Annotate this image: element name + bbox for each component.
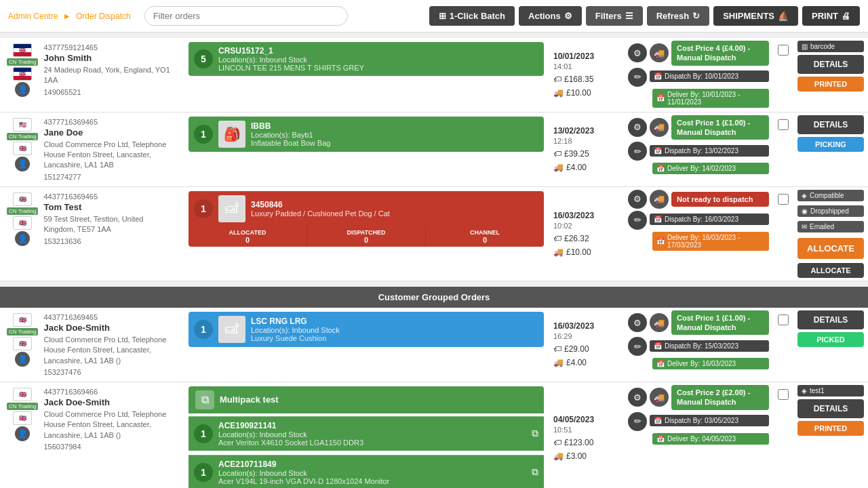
action-row-2: ✏ 📅 Dispatch By: 15/03/2023 bbox=[628, 337, 769, 356]
product-name: LINCOLN TEE 215 MENS T SHIRTS GREY bbox=[218, 64, 538, 72]
status-tag-button[interactable]: PRINTED bbox=[797, 421, 864, 436]
truck-action-button[interactable]: 🚚 bbox=[650, 190, 669, 209]
action-row-2: ✏ 📅 Dispatch By: 16/03/2023 bbox=[628, 211, 769, 230]
actions-button[interactable]: Actions ⚙ bbox=[519, 6, 582, 26]
order-row: 🇬🇧 CN Trading 🇬🇧 👤 4437716369465 Jack Do… bbox=[0, 308, 868, 382]
cost-price-button[interactable]: Cost Price 2 (£2.00) - Manual Dispatch bbox=[671, 385, 769, 410]
action-row-2: ✏ 📅 Dispatch By: 03/05/2023 bbox=[628, 412, 769, 431]
shipments-button[interactable]: SHIPMENTS ⛵ bbox=[713, 6, 798, 26]
gear-action-button[interactable]: ⚙ bbox=[628, 313, 647, 332]
filters-button[interactable]: Filters ☰ bbox=[586, 6, 643, 26]
order-date: 04/05/2023 bbox=[553, 415, 620, 424]
price-line: 🏷 £29.00 bbox=[553, 344, 620, 354]
dispatch-bar: 📅 Dispatch By: 03/05/2023 bbox=[650, 415, 769, 426]
edit-action-button[interactable]: ✏ bbox=[628, 211, 647, 230]
order-checkbox[interactable] bbox=[778, 314, 789, 325]
details-button[interactable]: DETAILS bbox=[797, 115, 864, 134]
flag-uk2-icon: 🇬🇧 bbox=[13, 337, 32, 350]
action-row-1: ⚙ 🚚 Cost Price 1 (£1.00) - Manual Dispat… bbox=[628, 115, 769, 140]
deliver-bar: 📅 Deliver By: 04/05/2023 bbox=[652, 433, 769, 445]
status-tag-button[interactable]: PICKING bbox=[797, 137, 864, 152]
order-time: 10:51 bbox=[553, 426, 620, 434]
emailed-button[interactable]: ✉ Emailed bbox=[797, 221, 864, 232]
status-tag-button[interactable]: PICKED bbox=[797, 332, 864, 347]
allocate-small-button[interactable]: ALLOCATE bbox=[797, 263, 864, 278]
allocate-large-button[interactable]: ALLOCATE bbox=[797, 238, 864, 259]
shipping-line: 🚚 £4.00 bbox=[553, 358, 620, 367]
product-location: Luxury Padded / Cushioned Pet Dog / Cat bbox=[251, 209, 538, 218]
cost-price-button[interactable]: Cost Price 4 (£4.00) - Manual Dispatch bbox=[671, 41, 769, 66]
customer-section: 🇬🇧 CN Trading 🇬🇧 👤 4377759121465 John Sm… bbox=[0, 38, 183, 112]
customer-section: 🇺🇸 CN Trading 🇬🇧 👤 4377716369465 Jane Do… bbox=[0, 113, 183, 186]
barcode-tag[interactable]: ▥ barcode bbox=[797, 41, 864, 52]
order-id: 4437716369465 bbox=[43, 192, 176, 201]
product-location: Location(s): Inbound Stock bbox=[218, 469, 526, 477]
order-checkbox[interactable] bbox=[778, 389, 789, 400]
edit-action-button[interactable]: ✏ bbox=[628, 337, 647, 356]
status-tag-button[interactable]: PRINTED bbox=[797, 77, 864, 92]
truck-action-button[interactable]: 🚚 bbox=[650, 118, 669, 137]
shipping-line: 🚚 £3.00 bbox=[553, 451, 620, 461]
barcode-icon: ▥ bbox=[802, 43, 808, 50]
edit-action-button[interactable]: ✏ bbox=[628, 412, 647, 431]
group-header: Customer Grouped Orders bbox=[0, 287, 868, 308]
customer-address: 24 Madeup Road, York, England, YO1 1AA bbox=[43, 65, 176, 86]
calendar2-icon: 📅 bbox=[656, 165, 665, 172]
gear-action-button[interactable]: ⚙ bbox=[628, 43, 647, 62]
cn-trading-label: CN Trading bbox=[7, 133, 38, 140]
cost-price-button[interactable]: Not ready to dispatch bbox=[671, 192, 769, 207]
order-checkbox[interactable] bbox=[778, 194, 789, 205]
price-line: 🏷 £39.25 bbox=[553, 149, 620, 159]
deliver-bar: 📅 Deliver By: 10/01/2023 - 11/01/2023 bbox=[652, 89, 769, 108]
customer-info: 4437716369465 Tom Test 59 Test Street, T… bbox=[43, 192, 176, 245]
test1-tag[interactable]: ◈ test1 bbox=[797, 385, 864, 396]
product-name: Inflatable Boat Bow Bag bbox=[251, 139, 538, 147]
product-section: 1 🎒 IBBB Location(s): Bayb1 Inflatable B… bbox=[183, 113, 549, 186]
shipping-icon: 🚚 bbox=[553, 247, 564, 257]
calendar2-icon: 📅 bbox=[656, 435, 665, 443]
gear-action-button[interactable]: ⚙ bbox=[628, 388, 647, 407]
order-checkbox[interactable] bbox=[778, 119, 789, 130]
compatible-button[interactable]: ◈ Compatible bbox=[797, 190, 864, 201]
dropshipped-button[interactable]: ◉ Dropshipped bbox=[797, 205, 864, 217]
truck-action-button[interactable]: 🚚 bbox=[650, 43, 669, 62]
product-header: 1 🛋 3450846 Luxury Padded / Cushioned Pe… bbox=[189, 191, 544, 226]
filter-input[interactable] bbox=[144, 6, 348, 26]
flag-uk-icon: 🇬🇧 bbox=[13, 192, 32, 206]
user-icon: 👤 bbox=[15, 231, 30, 246]
cost-price-button[interactable]: Cost Price 1 (£1.00) - Manual Dispatch bbox=[671, 115, 769, 140]
batch-icon: ⊞ bbox=[439, 11, 446, 21]
shipping-value: £10.00 bbox=[566, 247, 591, 257]
sub-product-header-2: 1 ACE210711849 Location(s): Inbound Stoc… bbox=[189, 455, 544, 488]
price-icon: 🏷 bbox=[553, 149, 561, 159]
order-id: 4377759121465 bbox=[43, 43, 176, 52]
flag-uk-icon: 🇬🇧 bbox=[13, 142, 32, 155]
action-row-2: ✏ 📅 Dispatch By: 13/02/2023 bbox=[628, 142, 769, 161]
order-date: 16/03/2023 bbox=[553, 211, 620, 220]
channel-badge: CHANNEL 0 bbox=[426, 226, 544, 247]
product-location: Location(s): Inbound Stock bbox=[251, 326, 538, 334]
details-button[interactable]: DETAILS bbox=[797, 310, 864, 329]
batch-button[interactable]: ⊞ 1-Click Batch bbox=[429, 6, 515, 26]
gear-action-button[interactable]: ⚙ bbox=[628, 118, 647, 137]
print-button[interactable]: PRINT 🖨 bbox=[802, 6, 860, 26]
product-sku: LSC RNG LRG bbox=[251, 317, 538, 326]
cost-price-button[interactable]: Cost Price 1 (£1.00) - Manual Dispatch bbox=[671, 310, 769, 336]
account-id: 153237476 bbox=[43, 368, 176, 376]
gear-action-button[interactable]: ⚙ bbox=[628, 190, 647, 209]
date-section: 16/03/2023 16:29 🏷 £29.00 🚚 £4.00 bbox=[549, 308, 624, 382]
calendar-icon: 📅 bbox=[654, 147, 662, 155]
details-button[interactable]: DETAILS bbox=[797, 399, 864, 418]
refresh-button[interactable]: Refresh ↻ bbox=[647, 6, 709, 26]
truck-action-button[interactable]: 🚚 bbox=[650, 388, 669, 407]
ship-icon: ⛵ bbox=[778, 11, 789, 21]
customer-name: Jack Doe-Smith bbox=[43, 397, 176, 407]
truck-action-button[interactable]: 🚚 bbox=[650, 313, 669, 332]
details-button[interactable]: DETAILS bbox=[797, 55, 864, 74]
order-checkbox[interactable] bbox=[778, 45, 789, 56]
product-image: 🛋 bbox=[218, 316, 245, 343]
edit-action-button[interactable]: ✏ bbox=[628, 142, 647, 161]
flag-uk2-icon: 🇬🇧 bbox=[13, 67, 32, 81]
edit-action-button[interactable]: ✏ bbox=[628, 68, 647, 87]
avatar-stack: 🇬🇧 CN Trading 🇬🇧 👤 bbox=[7, 313, 38, 367]
